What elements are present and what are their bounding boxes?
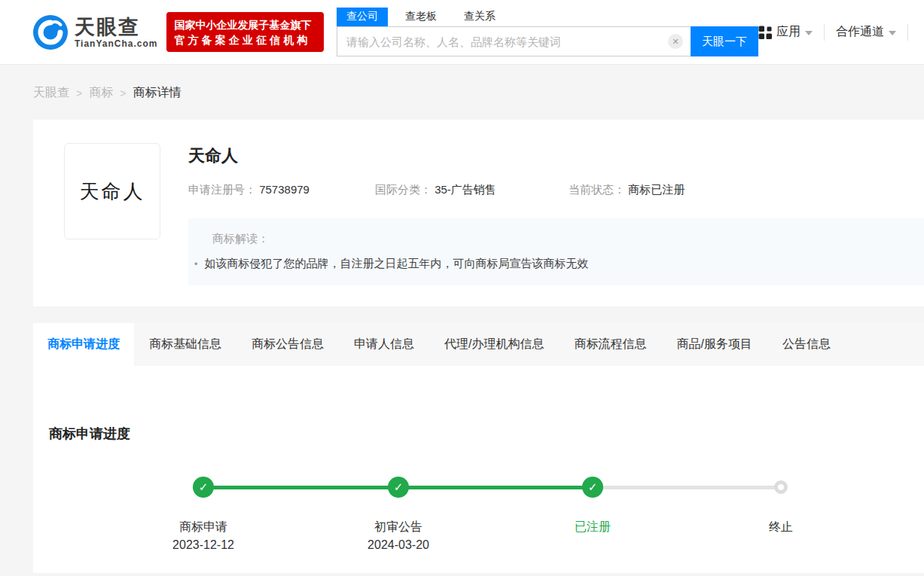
- timeline-step: 终止: [713, 519, 849, 535]
- search-input-wrap: ✕: [337, 26, 691, 56]
- tianyancha-logo-icon: [33, 15, 68, 50]
- interpretation-box: 商标解读： • 如该商标侵犯了您的品牌，自注册之日起五年内，可向商标局宣告该商标…: [188, 218, 924, 285]
- intl-class-value: 35-广告销售: [435, 183, 496, 196]
- trademark-meta-row: 申请注册号： 75738979 国际分类： 35-广告销售 当前状态： 商标已注…: [188, 183, 924, 197]
- chevron-down-icon: [889, 31, 896, 35]
- certification-badge: 国家中小企业发展子基金旗下 官方备案企业征信机构: [166, 12, 324, 52]
- breadcrumb-separator: >: [76, 87, 82, 99]
- detail-tabbar: 商标申请进度 商标基础信息 商标公告信息 申请人信息 代理/办理机构信息 商标流…: [33, 323, 924, 366]
- progress-timeline: ✓ ✓ ✓ 商标申请 2023-12-12 初审公告 2024-03-20 已注…: [49, 477, 924, 576]
- reg-no-label: 申请注册号：: [188, 183, 256, 196]
- tab-announcement-info[interactable]: 商标公告信息: [236, 323, 339, 366]
- step-label: 初审公告: [331, 519, 466, 535]
- header: 天眼查 TianYanCha.com 国家中小企业发展子基金旗下 官方备案企业征…: [0, 0, 924, 65]
- breadcrumb-home[interactable]: 天眼查: [33, 85, 69, 101]
- chevron-down-icon: [805, 31, 813, 35]
- step-label: 终止: [713, 519, 849, 535]
- badge-line1: 国家中小企业发展子基金旗下: [174, 17, 316, 32]
- header-right: 应用 合作通道: [758, 24, 919, 41]
- tab-applicant-info[interactable]: 申请人信息: [339, 323, 429, 366]
- interpretation-line: • 如该商标侵犯了您的品牌，自注册之日起五年内，可向商标局宣告该商标无效: [212, 257, 909, 271]
- partner-menu[interactable]: 合作通道: [836, 24, 896, 40]
- bullet-icon: •: [194, 258, 198, 270]
- tab-process-info[interactable]: 商标流程信息: [559, 323, 661, 366]
- divider: [907, 24, 908, 41]
- timeline-connector-done: [398, 486, 593, 489]
- logo-subtitle: TianYanCha.com: [75, 38, 157, 49]
- search-button[interactable]: 天眼一下: [691, 26, 758, 56]
- tab-basic-info[interactable]: 商标基础信息: [134, 323, 236, 366]
- tab-gazette-info[interactable]: 公告信息: [767, 323, 846, 366]
- timeline-connector-done: [203, 486, 398, 489]
- apps-grid-icon: [758, 26, 772, 39]
- timeline-node-pending-icon: [774, 480, 788, 494]
- apps-label: 应用: [776, 24, 800, 40]
- intl-class-label: 国际分类：: [375, 183, 432, 196]
- timeline-step: 初审公告 2024-03-20: [331, 519, 466, 553]
- step-date: 2023-12-12: [136, 537, 271, 553]
- status-value: 商标已注册: [628, 183, 685, 196]
- progress-section: 商标申请进度 ✓ ✓ ✓ 商标申请 2023-12-12 初审公告 2024-0…: [33, 366, 924, 573]
- progress-section-title: 商标申请进度: [49, 425, 924, 443]
- timeline-node-check-icon: ✓: [193, 477, 214, 498]
- search-input[interactable]: [337, 26, 691, 56]
- reg-no-value: 75738979: [259, 183, 310, 196]
- partner-label: 合作通道: [836, 24, 884, 40]
- trademark-image-text: 天命人: [80, 178, 145, 205]
- status-label: 当前状态：: [569, 183, 625, 196]
- search-row: ✕ 天眼一下: [337, 26, 758, 56]
- divider: [824, 24, 825, 41]
- timeline-step: 商标申请 2023-12-12: [136, 519, 271, 553]
- status-field: 当前状态： 商标已注册: [569, 183, 685, 197]
- breadcrumb-trademark[interactable]: 商标: [89, 85, 113, 101]
- reg-no-field: 申请注册号： 75738979: [188, 183, 375, 197]
- search-tab-company[interactable]: 查公司: [337, 8, 388, 26]
- timeline-step: 已注册: [525, 519, 660, 535]
- step-label: 已注册: [525, 519, 660, 535]
- step-label: 商标申请: [136, 519, 271, 535]
- tab-application-progress[interactable]: 商标申请进度: [33, 323, 134, 366]
- search-block: 查公司 查老板 查关系 ✕ 天眼一下: [337, 8, 758, 56]
- tab-goods-services[interactable]: 商品/服务项目: [661, 323, 767, 366]
- step-date: 2024-03-20: [331, 537, 466, 553]
- intl-class-field: 国际分类： 35-广告销售: [375, 183, 569, 197]
- trademark-image: 天命人: [64, 143, 160, 239]
- interpretation-title: 商标解读：: [212, 232, 909, 246]
- trademark-card: 天命人 天命人 申请注册号： 75738979 国际分类： 35-广告销售 当前…: [33, 120, 924, 306]
- trademark-info: 天命人 申请注册号： 75738979 国际分类： 35-广告销售 当前状态： …: [188, 143, 924, 285]
- trademark-name: 天命人: [188, 145, 924, 167]
- interpretation-text: 如该商标侵犯了您的品牌，自注册之日起五年内，可向商标局宣告该商标无效: [205, 257, 589, 271]
- tab-agency-info[interactable]: 代理/办理机构信息: [429, 323, 559, 366]
- search-tabs: 查公司 查老板 查关系: [337, 8, 758, 26]
- timeline-node-check-icon: ✓: [582, 477, 603, 498]
- breadcrumb: 天眼查 > 商标 > 商标详情: [0, 65, 924, 120]
- timeline-connector-pending: [593, 486, 781, 489]
- breadcrumb-current: 商标详情: [133, 85, 181, 101]
- search-tab-relation[interactable]: 查关系: [454, 8, 505, 26]
- tianyancha-logo[interactable]: 天眼查 TianYanCha.com: [33, 15, 157, 50]
- logo-text: 天眼查 TianYanCha.com: [75, 16, 157, 49]
- breadcrumb-separator: >: [120, 87, 126, 99]
- badge-line2: 官方备案企业征信机构: [174, 32, 316, 47]
- logo-title: 天眼查: [75, 16, 157, 38]
- search-tab-boss[interactable]: 查老板: [395, 8, 447, 26]
- clear-icon[interactable]: ✕: [668, 34, 683, 49]
- timeline-node-check-icon: ✓: [388, 477, 409, 498]
- apps-menu[interactable]: 应用: [758, 24, 813, 40]
